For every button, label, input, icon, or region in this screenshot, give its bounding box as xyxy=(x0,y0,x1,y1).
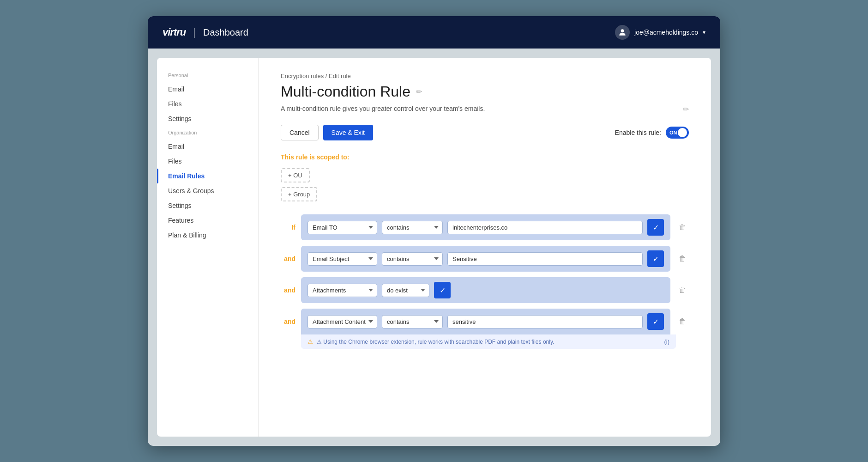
condition-value-input-4[interactable] xyxy=(447,315,643,328)
page-content: Encryption rules / Edit rule Multi-condi… xyxy=(259,58,711,437)
title-edit-icon[interactable]: ✏ xyxy=(416,87,422,96)
condition-row-4: and Email TO Email Subject Attachments A… xyxy=(281,309,689,334)
condition-prefix-1: If xyxy=(281,224,295,231)
info-icon: (i) xyxy=(664,338,669,345)
breadcrumb: Encryption rules / Edit rule xyxy=(281,73,689,79)
condition-confirm-button-1[interactable]: ✓ xyxy=(647,219,664,236)
logo-area: virtru | Dashboard xyxy=(163,26,248,38)
enable-rule-area: Enable this rule: ON xyxy=(615,127,689,139)
page-description: A multi-condition rule gives you greater… xyxy=(281,104,485,114)
condition-inner-3: Email TO Email Subject Attachments Attac… xyxy=(301,277,670,303)
action-bar: Cancel Save & Exit Enable this rule: ON xyxy=(281,125,689,140)
scope-buttons-area: + OU + Group xyxy=(281,168,689,201)
page-title: Multi-condition Rule xyxy=(281,83,410,100)
condition-delete-button-3[interactable]: 🗑 xyxy=(676,284,689,297)
condition-field-select-2[interactable]: Email TO Email Subject Attachments Attac… xyxy=(307,252,377,266)
warning-text: ⚠ Using the Chrome browser extension, ru… xyxy=(317,339,554,345)
add-ou-button[interactable]: + OU xyxy=(281,168,310,182)
save-exit-button[interactable]: Save & Exit xyxy=(323,125,373,140)
sidebar: Personal Email Files Settings Organizati… xyxy=(157,58,259,437)
condition-inner-4: Email TO Email Subject Attachments Attac… xyxy=(301,309,670,334)
condition-prefix-3: and xyxy=(281,286,295,294)
condition-inner-1: Email TO Email Subject Attachments Attac… xyxy=(301,214,670,240)
condition-field-select-3[interactable]: Email TO Email Subject Attachments Attac… xyxy=(307,284,377,297)
condition-value-input-2[interactable] xyxy=(447,252,643,266)
condition-inner-2: Email TO Email Subject Attachments Attac… xyxy=(301,246,670,272)
conditions-area: If Email TO Email Subject Attachments At… xyxy=(281,214,689,354)
toggle-knob xyxy=(678,128,687,137)
sidebar-item-personal-settings[interactable]: Settings xyxy=(157,111,258,126)
enable-rule-toggle[interactable]: ON xyxy=(666,127,689,139)
logo-divider: | xyxy=(193,26,196,38)
warning-icon: ⚠ xyxy=(307,338,313,345)
condition-delete-button-2[interactable]: 🗑 xyxy=(676,252,689,265)
scoped-label: This rule is scoped to: xyxy=(281,153,689,161)
condition-prefix-2: and xyxy=(281,255,295,262)
condition-field-select-4[interactable]: Email TO Email Subject Attachments Attac… xyxy=(307,315,377,328)
condition-operator-select-2[interactable]: contains does not contain xyxy=(382,252,443,266)
condition-row-3: and Email TO Email Subject Attachments A… xyxy=(281,277,689,303)
condition-confirm-button-4[interactable]: ✓ xyxy=(647,313,664,330)
virtru-logo: virtru xyxy=(163,26,186,38)
sidebar-item-org-files[interactable]: Files xyxy=(157,154,258,169)
condition-delete-button-4[interactable]: 🗑 xyxy=(676,315,689,328)
sidebar-item-personal-files[interactable]: Files xyxy=(157,97,258,111)
sidebar-item-org-email[interactable]: Email xyxy=(157,139,258,154)
warning-row-4: ⚠ ⚠ Using the Chrome browser extension, … xyxy=(301,334,676,349)
condition-value-input-1[interactable] xyxy=(447,221,643,234)
condition-operator-select-3[interactable]: do exist do not exist xyxy=(382,284,429,297)
sidebar-item-users-groups[interactable]: Users & Groups xyxy=(157,183,258,198)
svg-point-0 xyxy=(621,29,624,32)
sidebar-item-email-rules[interactable]: Email Rules xyxy=(157,169,258,183)
chevron-down-icon: ▾ xyxy=(703,29,705,36)
user-email: joe@acmeholdings.co xyxy=(634,29,698,36)
enable-rule-label: Enable this rule: xyxy=(615,129,661,136)
condition-block-4: and Email TO Email Subject Attachments A… xyxy=(281,309,689,354)
condition-prefix-4: and xyxy=(281,318,295,325)
sidebar-item-org-settings[interactable]: Settings xyxy=(157,198,258,213)
description-edit-icon[interactable]: ✏ xyxy=(683,105,689,114)
condition-field-select-1[interactable]: Email TO Email Subject Attachments Attac… xyxy=(307,221,377,234)
user-avatar xyxy=(615,25,630,40)
cancel-button[interactable]: Cancel xyxy=(281,125,319,140)
sidebar-section-personal: Personal xyxy=(157,73,258,78)
add-group-button[interactable]: + Group xyxy=(281,187,317,201)
condition-row-1: If Email TO Email Subject Attachments At… xyxy=(281,214,689,240)
sidebar-item-personal-email[interactable]: Email xyxy=(157,82,258,97)
condition-delete-button-1[interactable]: 🗑 xyxy=(676,221,689,234)
condition-confirm-button-2[interactable]: ✓ xyxy=(647,250,664,267)
condition-operator-select-4[interactable]: contains does not contain xyxy=(382,315,443,328)
sidebar-section-org: Organization xyxy=(157,130,258,135)
toggle-label: ON xyxy=(669,130,677,135)
user-menu[interactable]: joe@acmeholdings.co ▾ xyxy=(615,25,705,40)
condition-row-2: and Email TO Email Subject Attachments A… xyxy=(281,246,689,272)
app-title: Dashboard xyxy=(203,27,248,38)
sidebar-item-plan-billing[interactable]: Plan & Billing xyxy=(157,228,258,243)
condition-operator-select-1[interactable]: contains does not contain xyxy=(382,221,443,234)
condition-confirm-button-3[interactable]: ✓ xyxy=(434,282,451,298)
sidebar-item-features[interactable]: Features xyxy=(157,213,258,228)
